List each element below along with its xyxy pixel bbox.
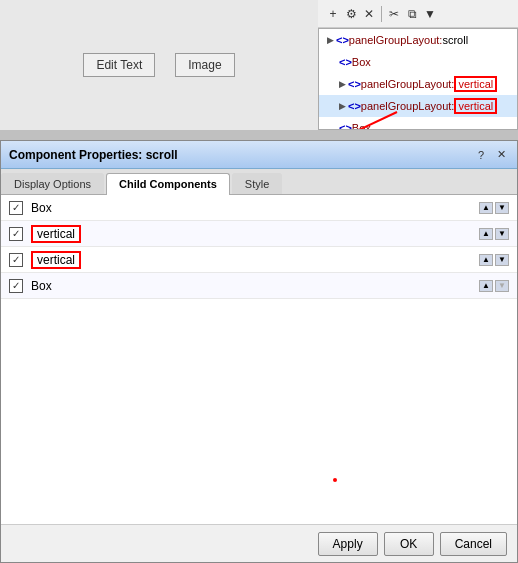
- row-arrows-box2: ▲ ▼: [479, 280, 509, 292]
- tree-item-box1[interactable]: <> Box: [319, 51, 517, 73]
- tab-style[interactable]: Style: [232, 173, 282, 194]
- tree-item-box2[interactable]: <> Box: [319, 117, 517, 130]
- dialog-footer: Apply OK Cancel: [1, 524, 517, 562]
- vertical1-highlight: vertical: [31, 225, 81, 243]
- toolbar-separator: [381, 6, 382, 22]
- component-name-vertical1: vertical: [31, 225, 479, 243]
- apply-button[interactable]: Apply: [318, 532, 378, 556]
- tree-item-vertical1[interactable]: ▶ <> panelGroupLayout: vertical: [319, 73, 517, 95]
- arrow-down-box2-disabled[interactable]: ▼: [495, 280, 509, 292]
- dialog-header-icons: ? ✕: [473, 147, 509, 163]
- component-name-vertical2: vertical: [31, 251, 479, 269]
- vertical2-highlight: vertical: [31, 251, 81, 269]
- component-row-box2: Box ▲ ▼: [1, 273, 517, 299]
- close-icon[interactable]: ✕: [361, 6, 377, 22]
- cancel-button[interactable]: Cancel: [440, 532, 507, 556]
- tree-arrow3: ▶: [339, 101, 346, 111]
- edit-text-button[interactable]: Edit Text: [83, 53, 155, 77]
- add-icon[interactable]: +: [325, 6, 341, 22]
- component-properties-dialog: Component Properties: scroll ? ✕ Display…: [0, 140, 518, 563]
- arrow-up-vertical1[interactable]: ▲: [479, 228, 493, 240]
- dialog-header: Component Properties: scroll ? ✕: [1, 141, 517, 169]
- checkbox-box1[interactable]: [9, 201, 23, 215]
- tree-panel: ▶ <> panelGroupLayout: scroll <> Box ▶ <…: [318, 28, 518, 130]
- checkbox-vertical1[interactable]: [9, 227, 23, 241]
- tab-child-components[interactable]: Child Components: [106, 173, 230, 195]
- cut-icon[interactable]: ✂: [386, 6, 402, 22]
- child-components-tab-content: Box ▲ ▼ vertical ▲ ▼ vertical ▲: [1, 195, 517, 524]
- row-arrows-vertical1: ▲ ▼: [479, 228, 509, 240]
- top-area: Edit Text Image + ⚙ ✕ ✂ ⧉ ▼ ▶ <> panelGr…: [0, 0, 518, 130]
- tree-arrow: ▶: [327, 35, 334, 45]
- dialog-tabs: Display Options Child Components Style: [1, 169, 517, 195]
- red-dot-indicator: [333, 478, 337, 482]
- copy-icon[interactable]: ⧉: [404, 6, 420, 22]
- arrow-up-vertical2[interactable]: ▲: [479, 254, 493, 266]
- tree-item-root[interactable]: ▶ <> panelGroupLayout: scroll: [319, 29, 517, 51]
- tree-arrow2: ▶: [339, 79, 346, 89]
- editor-area: Edit Text Image: [0, 0, 318, 130]
- tab-display-options[interactable]: Display Options: [1, 173, 104, 194]
- row-arrows-box1: ▲ ▼: [479, 202, 509, 214]
- dialog-title: Component Properties: scroll: [9, 148, 178, 162]
- component-row-box1: Box ▲ ▼: [1, 195, 517, 221]
- arrow-up-box2[interactable]: ▲: [479, 280, 493, 292]
- tree-item-vertical2[interactable]: ▶ <> panelGroupLayout: vertical: [319, 95, 517, 117]
- dropdown-icon[interactable]: ▼: [422, 6, 438, 22]
- component-name-box1: Box: [31, 201, 479, 215]
- component-row-vertical1: vertical ▲ ▼: [1, 221, 517, 247]
- arrow-down-vertical1[interactable]: ▼: [495, 228, 509, 240]
- arrow-up-box1[interactable]: ▲: [479, 202, 493, 214]
- dialog-close-icon[interactable]: ✕: [493, 147, 509, 163]
- component-name-box2: Box: [31, 279, 479, 293]
- arrow-down-vertical2[interactable]: ▼: [495, 254, 509, 266]
- ok-button[interactable]: OK: [384, 532, 434, 556]
- image-button[interactable]: Image: [175, 53, 234, 77]
- help-icon[interactable]: ?: [473, 147, 489, 163]
- toolbar-strip: + ⚙ ✕ ✂ ⧉ ▼: [318, 0, 518, 28]
- gear-icon[interactable]: ⚙: [343, 6, 359, 22]
- row-arrows-vertical2: ▲ ▼: [479, 254, 509, 266]
- checkbox-box2[interactable]: [9, 279, 23, 293]
- arrow-down-box1[interactable]: ▼: [495, 202, 509, 214]
- checkbox-vertical2[interactable]: [9, 253, 23, 267]
- editor-buttons: Edit Text Image: [83, 53, 234, 77]
- component-row-vertical2: vertical ▲ ▼: [1, 247, 517, 273]
